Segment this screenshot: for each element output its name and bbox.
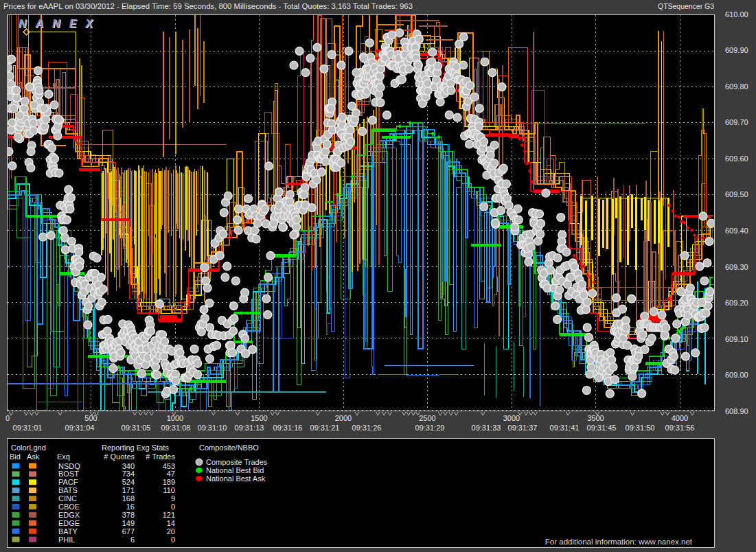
svg-text:09:31:50: 09:31:50 — [626, 424, 655, 432]
svg-text:# Trades: # Trades — [146, 452, 175, 461]
svg-text:524: 524 — [122, 478, 135, 486]
svg-text:NANEX: NANEX — [19, 18, 102, 30]
svg-text:CINC: CINC — [58, 494, 77, 503]
svg-text:4000: 4000 — [672, 414, 688, 422]
svg-text:3500: 3500 — [587, 414, 604, 422]
svg-text:PACF: PACF — [58, 478, 78, 486]
svg-text:609.70: 609.70 — [725, 118, 748, 126]
svg-text:609.50: 609.50 — [725, 190, 748, 198]
svg-text:121: 121 — [163, 511, 175, 519]
svg-text:09:31:04: 09:31:04 — [65, 424, 95, 432]
svg-text:For additional information: ww: For additional information: www.nanex.ne… — [545, 538, 693, 546]
svg-text:168: 168 — [122, 494, 135, 503]
svg-text:609.40: 609.40 — [725, 227, 748, 235]
svg-text:BATY: BATY — [58, 527, 78, 536]
svg-text:47: 47 — [167, 470, 175, 478]
svg-text:734: 734 — [122, 470, 135, 478]
svg-text:Reporting Exg Stats: Reporting Exg Stats — [102, 444, 169, 452]
svg-text:National Best Bid: National Best Bid — [206, 466, 264, 474]
svg-text:340: 340 — [122, 462, 135, 470]
svg-text:0: 0 — [171, 503, 175, 511]
svg-text:20: 20 — [167, 527, 175, 536]
svg-text:09:31:16: 09:31:16 — [273, 424, 303, 432]
svg-text:09:31:08: 09:31:08 — [161, 424, 191, 432]
svg-text:609.30: 609.30 — [725, 263, 748, 271]
svg-text:608.90: 608.90 — [725, 407, 748, 415]
svg-text:610.00: 610.00 — [725, 10, 748, 19]
svg-text:09:31:26: 09:31:26 — [352, 424, 382, 432]
svg-text:EDGE: EDGE — [58, 519, 80, 527]
svg-text:500: 500 — [84, 414, 97, 422]
svg-text:0: 0 — [171, 536, 175, 544]
svg-text:09:31:05: 09:31:05 — [122, 424, 151, 432]
svg-text:1500: 1500 — [251, 414, 267, 422]
svg-text:6: 6 — [130, 536, 135, 544]
svg-text:3000: 3000 — [503, 414, 520, 422]
svg-text:PHIL: PHIL — [58, 536, 75, 544]
svg-text:189: 189 — [163, 478, 175, 486]
svg-text:09:31:33: 09:31:33 — [472, 424, 501, 432]
svg-text:09:31:10: 09:31:10 — [198, 424, 227, 432]
svg-text:BOST: BOST — [58, 470, 79, 478]
svg-text:# Quotes: # Quotes — [104, 452, 135, 461]
svg-text:09:31:41: 09:31:41 — [550, 424, 580, 432]
svg-text:ColorLgnd: ColorLgnd — [11, 444, 46, 452]
svg-text:09:31:37: 09:31:37 — [508, 424, 538, 432]
svg-text:677: 677 — [122, 527, 135, 536]
svg-text:Bid: Bid — [10, 452, 21, 461]
svg-text:9: 9 — [171, 494, 175, 503]
svg-text:0: 0 — [5, 414, 10, 422]
svg-text:378: 378 — [122, 511, 135, 519]
svg-text:Prices for eAAPL on 03/30/2: Prices for eAAPL on 03/30/2012 - Elapsed… — [3, 2, 413, 10]
svg-text:09:31:56: 09:31:56 — [665, 424, 695, 432]
svg-text:09:31:01: 09:31:01 — [13, 424, 43, 432]
svg-text:609.10: 609.10 — [725, 335, 748, 343]
svg-text:Ask: Ask — [27, 452, 40, 461]
svg-text:453: 453 — [163, 462, 175, 470]
svg-text:149: 149 — [122, 519, 135, 527]
svg-text:EDGX: EDGX — [58, 511, 80, 519]
svg-text:Composite Trades: Composite Trades — [206, 458, 268, 466]
svg-text:Exq: Exq — [57, 452, 70, 461]
svg-text:2000: 2000 — [335, 414, 352, 422]
svg-text:09:31:29: 09:31:29 — [415, 424, 445, 432]
svg-text:NSDQ: NSDQ — [58, 462, 80, 470]
svg-text:CBOE: CBOE — [58, 503, 80, 511]
svg-text:1000: 1000 — [167, 414, 183, 422]
svg-text:171: 171 — [122, 486, 135, 494]
svg-text:09:31:13: 09:31:13 — [235, 424, 264, 432]
svg-text:QTSequencer G3: QTSequencer G3 — [658, 2, 714, 10]
svg-text:609.90: 609.90 — [725, 46, 748, 54]
svg-text:609.60: 609.60 — [725, 154, 748, 163]
svg-text:16: 16 — [126, 503, 135, 511]
svg-text:2500: 2500 — [419, 414, 435, 422]
svg-text:Composite/NBBO: Composite/NBBO — [199, 444, 259, 452]
svg-text:National Best Ask: National Best Ask — [206, 474, 266, 483]
svg-text:09:31:21: 09:31:21 — [310, 424, 340, 432]
svg-text:BATS: BATS — [58, 486, 78, 494]
svg-text:110: 110 — [163, 486, 175, 494]
svg-text:609.00: 609.00 — [725, 371, 748, 379]
svg-text:609.80: 609.80 — [725, 82, 748, 91]
svg-text:09:31:45: 09:31:45 — [587, 424, 617, 432]
svg-text:609.20: 609.20 — [725, 299, 748, 307]
svg-text:14: 14 — [167, 519, 175, 527]
